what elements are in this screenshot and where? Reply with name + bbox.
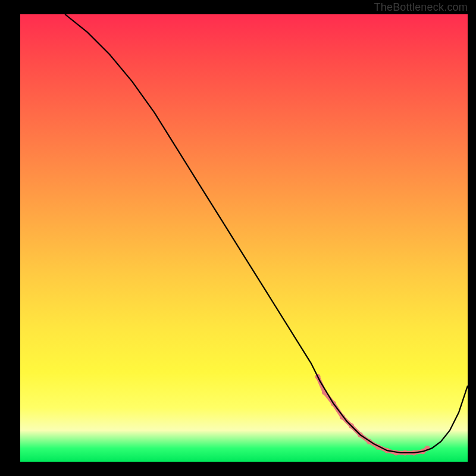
chart-svg <box>20 14 468 462</box>
attribution-text: TheBottleneck.com <box>374 1 468 14</box>
chart-line <box>65 14 468 453</box>
chart-plot-area <box>20 14 468 462</box>
